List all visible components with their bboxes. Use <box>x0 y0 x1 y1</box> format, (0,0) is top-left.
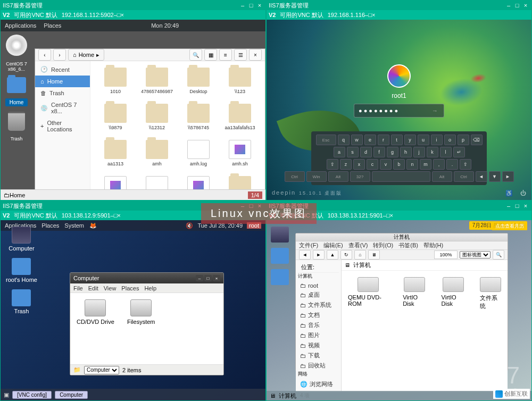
keyboard-key[interactable]: f <box>373 147 385 157</box>
keyboard-key[interactable]: h <box>400 147 412 157</box>
keyboard-key[interactable]: k <box>427 147 438 157</box>
home-icon[interactable] <box>271 248 289 264</box>
sidebar-item[interactable]: 🗀桌面 <box>298 290 339 300</box>
min-icon[interactable]: – <box>196 275 203 281</box>
firefox-icon[interactable]: 🦊 <box>89 222 97 229</box>
sidebar-item[interactable]: 🌐浏览网络 <box>298 379 339 389</box>
submit-arrow-icon[interactable]: → <box>432 107 439 114</box>
view-list-icon[interactable]: ≡ <box>219 49 232 61</box>
file-item[interactable]: 1010 <box>97 68 134 94</box>
view-select[interactable]: 图标视图 <box>460 251 491 258</box>
keyboard-key[interactable] <box>372 171 430 182</box>
close-icon[interactable]: × <box>256 2 263 9</box>
min-icon[interactable]: – <box>239 2 246 9</box>
drive-item[interactable]: Filesystem <box>127 299 155 358</box>
menu-item[interactable]: 书签(B) <box>398 241 418 249</box>
accessibility-icon[interactable]: ♿ <box>505 190 513 197</box>
keyboard-key[interactable]: g <box>387 147 398 157</box>
keyboard-key[interactable]: n <box>406 159 418 170</box>
max-icon[interactable]: □ <box>247 2 255 9</box>
menu-places[interactable]: Places <box>41 222 59 229</box>
sidebar-item[interactable]: 🗀root <box>298 281 339 290</box>
keyboard-key[interactable]: Ctrl <box>454 171 474 182</box>
search-icon[interactable]: 🔍 <box>493 250 504 260</box>
max-icon[interactable]: □ <box>204 275 212 281</box>
keyboard-key[interactable]: ↵ <box>453 147 465 157</box>
sidebar-item[interactable]: 🗀视频 <box>298 340 339 350</box>
hamburger-icon[interactable]: ☰ <box>234 49 247 61</box>
file-item[interactable]: amh <box>138 140 176 166</box>
drive-item[interactable]: CD/DVD Drive <box>77 299 114 358</box>
keyboard-key[interactable]: v <box>380 159 392 170</box>
keyboard-key[interactable]: ⇧ <box>327 159 338 170</box>
keyboard-key[interactable]: ⇧ <box>460 159 471 170</box>
view-grid-icon[interactable]: ▦ <box>204 49 217 61</box>
menu-item[interactable]: View <box>104 285 117 291</box>
keyboard-key[interactable]: m <box>420 159 431 170</box>
up-button[interactable]: ▲ <box>327 250 338 260</box>
drive-item[interactable]: VirtIO Disk <box>403 277 426 310</box>
keyboard-key[interactable]: b <box>393 159 405 170</box>
menu-item[interactable]: 转到(O) <box>373 241 393 249</box>
keyboard-key[interactable]: u <box>418 135 429 145</box>
keyboard-key[interactable]: a <box>334 147 345 157</box>
power-icon[interactable]: ⏻ <box>520 190 526 197</box>
breadcrumb[interactable]: 🖥 计算机 <box>342 260 508 271</box>
zoom-field[interactable] <box>434 250 458 259</box>
keyboard-key[interactable]: i <box>431 135 443 145</box>
sidebar-item[interactable]: 🗀图片 <box>298 330 339 340</box>
close-icon[interactable]: × <box>249 49 262 61</box>
keyboard-key[interactable]: Alt <box>432 171 452 182</box>
computer-button[interactable]: 🖥 <box>368 250 380 260</box>
menu-item[interactable]: 帮助(H) <box>423 241 443 249</box>
keyboard-key[interactable]: Esc <box>316 135 336 145</box>
file-item[interactable]: 478657486987 <box>138 68 176 94</box>
keyboard-key[interactable]: ◄ <box>476 171 487 182</box>
menu-item[interactable]: 查看(V) <box>348 241 368 249</box>
sidebar-item[interactable]: +Other Locations <box>35 117 90 135</box>
file-item[interactable]: Desktop <box>180 68 217 94</box>
keyboard-key[interactable]: ► <box>502 171 514 182</box>
file-item[interactable]: amh.log <box>180 140 217 166</box>
keyboard-key[interactable]: w <box>351 135 363 145</box>
file-item[interactable]: aa1313 <box>97 140 134 166</box>
sidebar-item[interactable]: 🗀下载 <box>298 350 339 361</box>
menu-item[interactable]: Places <box>121 285 139 291</box>
back-button[interactable]: ‹ <box>38 49 51 61</box>
keyboard-key[interactable]: j <box>413 147 425 157</box>
forward-button[interactable]: ► <box>313 250 325 260</box>
sidebar-item[interactable]: 🗀音乐 <box>298 320 339 330</box>
keyboard-key[interactable]: ⌫ <box>471 135 483 145</box>
menu-item[interactable]: Help <box>144 285 156 291</box>
desktop-icon[interactable]: Trash <box>6 289 37 314</box>
drive-item[interactable]: 文件系统 <box>480 277 501 310</box>
menu-item[interactable]: 文件(F) <box>299 241 318 249</box>
password-field[interactable]: ●●●●●●●● → <box>354 104 444 118</box>
keyboard-key[interactable]: x <box>353 159 365 170</box>
sidebar-item[interactable]: ⌂Home <box>35 76 90 87</box>
keyboard-key[interactable]: q <box>338 135 350 145</box>
keyboard-key[interactable]: o <box>444 135 456 145</box>
forward-button[interactable]: › <box>53 49 66 61</box>
keyboard-key[interactable]: 32? <box>350 171 370 182</box>
keyboard-key[interactable]: z <box>340 159 352 170</box>
trash-icon[interactable] <box>271 269 289 285</box>
file-item[interactable]: amh.sh <box>221 140 259 166</box>
cd-icon[interactable] <box>6 35 27 56</box>
desktop-icon[interactable]: Computer <box>6 227 37 252</box>
menu-places[interactable]: Places <box>44 22 61 29</box>
sidebar-item[interactable]: 💿CentOS 7 x8... <box>35 99 90 117</box>
taskbar-item[interactable]: Computer <box>55 391 88 399</box>
window-title[interactable]: 计算机 <box>296 233 508 241</box>
menu-item[interactable]: File <box>73 285 83 291</box>
reload-button[interactable]: ↻ <box>340 250 352 260</box>
keyboard-key[interactable]: e <box>364 135 376 145</box>
home-button[interactable]: ⌂ <box>354 250 366 260</box>
drive-item[interactable]: VirtIO Disk <box>442 277 465 310</box>
keyboard-key[interactable]: s <box>347 147 359 157</box>
close-icon[interactable]: × <box>213 275 220 281</box>
menu-applications[interactable]: Applications <box>5 22 36 29</box>
sidebar-item[interactable]: 🕑Recent <box>35 63 90 76</box>
taskbar-item[interactable]: [VNC config] <box>12 391 52 399</box>
keyboard-key[interactable]: t <box>391 135 403 145</box>
